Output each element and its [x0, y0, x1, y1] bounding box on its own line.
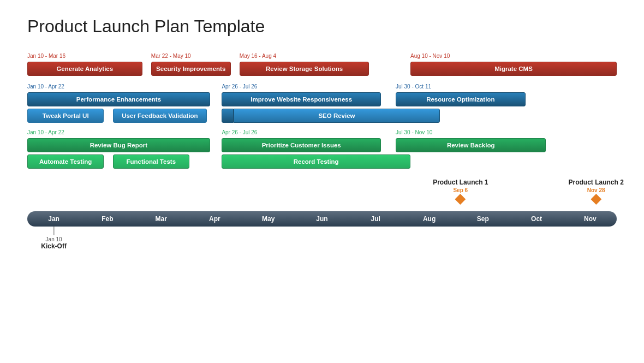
milestone-2: Product Launch 2 Nov 28	[569, 178, 624, 203]
kickoff-area: Jan 10 Kick-Off	[27, 227, 617, 251]
kickoff-marker: Jan 10 Kick-Off	[41, 227, 67, 250]
blue-bars-1: Performance Enhancements Improve Website…	[27, 92, 617, 106]
month-oct: Oct	[531, 215, 542, 223]
milestone-2-label: Product Launch 2	[569, 178, 624, 186]
milestone-1-label: Product Launch 1	[433, 178, 488, 186]
kickoff-line	[53, 227, 55, 235]
month-aug: Aug	[423, 215, 436, 223]
timeline-bar: Jan Feb Mar Apr May Jun Jul Aug Sep Oct …	[27, 211, 617, 227]
bar-review-backlog[interactable]: Review Backlog	[396, 138, 546, 152]
milestone-1-diamond	[455, 194, 466, 205]
month-nov: Nov	[584, 215, 597, 223]
green-date-2: Apr 26 - Jul 26	[222, 129, 257, 135]
month-jun: Jun	[316, 215, 327, 223]
page-title: Product Launch Plan Template	[27, 16, 617, 37]
red-date-labels: Jan 10 - Mar 16 Mar 22 - May 10 May 16 -…	[27, 53, 617, 62]
green-date-1: Jan 10 - Apr 22	[27, 129, 64, 135]
bar-resource-optimization[interactable]: Resource Optimization	[396, 92, 526, 106]
gantt-area: Jan 10 - Mar 16 Mar 22 - May 10 May 16 -…	[27, 53, 617, 251]
milestone-2-date: Nov 28	[569, 187, 624, 193]
month-sep: Sep	[477, 215, 489, 223]
blue-date-2: Apr 26 - Jul 26	[222, 84, 257, 90]
green-date-3: Jul 30 - Nov 10	[396, 129, 432, 135]
date-label-1: Jan 10 - Mar 16	[27, 53, 65, 59]
green-date-labels-1: Jan 10 - Apr 22 Apr 26 - Jul 26 Jul 30 -…	[27, 129, 617, 138]
blue-date-labels-1: Jan 10 - Apr 22 Apr 26 - Jul 26 Jul 30 -…	[27, 84, 617, 92]
month-feb: Feb	[102, 215, 113, 223]
green-bars-1: Review Bug Report Prioritize Customer Is…	[27, 138, 617, 152]
bar-user-feedback[interactable]: User Feedback Validation	[113, 109, 207, 123]
blue-row1-container: Jan 10 - Apr 22 Apr 26 - Jul 26 Jul 30 -…	[27, 84, 617, 106]
bar-review-storage[interactable]: Review Storage Solutions	[240, 62, 369, 76]
blue-date-3: Jul 30 - Oct 11	[396, 84, 431, 90]
date-label-3: May 16 - Aug 4	[240, 53, 276, 59]
blue-row2-container: Tweak Portal UI User Feedback Validation…	[27, 109, 617, 123]
bar-generate-analytics[interactable]: Generate Analytics	[27, 62, 142, 76]
red-row-container: Jan 10 - Mar 16 Mar 22 - May 10 May 16 -…	[27, 53, 617, 76]
bar-functional-tests[interactable]: Functional Tests	[113, 154, 189, 169]
milestone-1: Product Launch 1 Sep 6	[433, 178, 488, 203]
bar-tweak-portal[interactable]: Tweak Portal UI	[27, 109, 104, 123]
green-bars-2: Automate Testing Functional Tests Record…	[27, 154, 617, 169]
green-row2-container: Automate Testing Functional Tests Record…	[27, 154, 617, 169]
bar-review-bug[interactable]: Review Bug Report	[27, 138, 210, 152]
bar-seo-review[interactable]: SEO Review	[234, 109, 440, 123]
milestone-area: Product Launch 1 Sep 6 Product Launch 2 …	[27, 178, 617, 211]
milestone-1-date: Sep 6	[433, 187, 488, 193]
bar-migrate-cms[interactable]: Migrate CMS	[410, 62, 617, 76]
milestone-2-diamond	[591, 194, 601, 205]
timeline-section: Product Launch 1 Sep 6 Product Launch 2 …	[27, 178, 617, 251]
date-label-2: Mar 22 - May 10	[151, 53, 191, 59]
month-may: May	[262, 215, 275, 223]
kickoff-label: Kick-Off	[41, 242, 67, 250]
red-bars: Generate Analytics Security Improvements…	[27, 62, 617, 76]
blue-date-1: Jan 10 - Apr 22	[27, 84, 64, 90]
month-mar: Mar	[155, 215, 166, 223]
month-jan: Jan	[48, 215, 59, 223]
kickoff-date-label: Jan 10	[41, 236, 67, 242]
bar-automate-testing[interactable]: Automate Testing	[27, 154, 104, 169]
bar-record-testing[interactable]: Record Testing	[222, 154, 410, 169]
blue-bars-2: Tweak Portal UI User Feedback Validation…	[27, 109, 617, 123]
month-jul: Jul	[371, 215, 380, 223]
bar-performance[interactable]: Performance Enhancements	[27, 92, 210, 106]
bar-security-improvements[interactable]: Security Improvements	[151, 62, 231, 76]
date-label-4: Aug 10 - Nov 10	[410, 53, 450, 59]
page-container: Product Launch Plan Template Jan 10 - Ma…	[0, 0, 644, 363]
bar-seo-left	[222, 109, 234, 123]
month-apr: Apr	[209, 215, 220, 223]
green-row1-container: Jan 10 - Apr 22 Apr 26 - Jul 26 Jul 30 -…	[27, 129, 617, 152]
bar-website-responsiveness[interactable]: Improve Website Responsiveness	[222, 92, 381, 106]
bar-prioritize-customer[interactable]: Prioritize Customer Issues	[222, 138, 381, 152]
